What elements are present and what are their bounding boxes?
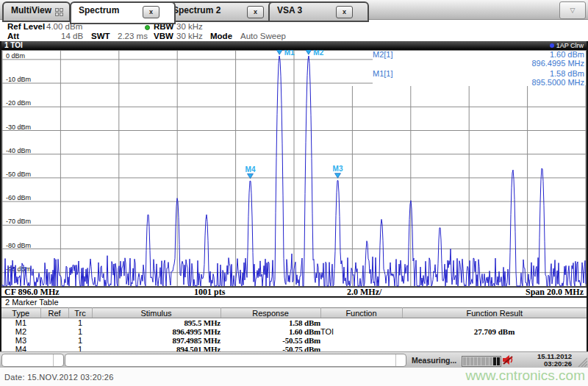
cell-function-result — [402, 336, 587, 345]
tab-spectrum-2[interactable]: Spectrum 2 x — [164, 1, 280, 22]
cell-ref — [40, 318, 68, 328]
marker-table-header-row: Type Ref Trc Stimulus Response Function … — [1, 308, 587, 318]
y-tick-label: -30 dBm — [6, 124, 31, 131]
toi-window-titlebar[interactable]: 1 TOI 1AP Clrw — [1, 41, 587, 50]
col-stimulus: Stimulus — [92, 308, 220, 318]
marker-table: Type Ref Trc Stimulus Response Function … — [1, 307, 587, 354]
cell-stimulus: 895.5 MHz — [92, 318, 220, 328]
audio-muted-icon[interactable] — [502, 355, 514, 365]
per-division-label: 2.0 MHz/ — [347, 287, 381, 296]
measuring-status-label: Measuring... — [412, 356, 456, 365]
y-tick-label: 0 dBm — [6, 52, 25, 60]
tab-vsa-3[interactable]: VSA 3 x — [268, 1, 369, 22]
cell-type: M2 — [1, 327, 40, 336]
vbw-value[interactable]: 30 kHz — [176, 32, 203, 40]
marker-table-row[interactable]: M2 1 896.4995 MHz 1.60 dBm TOI 27.709 dB… — [1, 327, 587, 336]
cell-ref — [40, 327, 68, 336]
y-tick-label: -10 dBm — [6, 76, 31, 83]
status-time: 03:20:26 — [514, 360, 572, 368]
att-label: Att — [7, 32, 19, 40]
tab-list-dropdown-button[interactable]: ▽ — [559, 1, 586, 19]
cell-trc: 1 — [68, 327, 92, 336]
marker-table-row[interactable]: M3 1 897.4985 MHz -50.55 dBm — [1, 336, 587, 345]
cell-trc: 1 — [68, 318, 92, 328]
cell-function — [320, 318, 402, 328]
marker-readout-freq: 895.5000 MHz — [531, 79, 584, 87]
marker-table-window: 2 Marker Table Type Ref Trc Stimulus Res… — [1, 297, 587, 351]
cell-response: -50.55 dBm — [220, 336, 320, 345]
capture-date-label: Date: 15.NOV.2012 03:20:26 — [4, 373, 114, 382]
swt-value[interactable]: 2.23 ms — [118, 32, 148, 40]
status-bar: Measuring... 15.11.2012 03:20:26 — [0, 351, 588, 368]
cell-type: M3 — [1, 336, 40, 345]
cell-function: TOI — [320, 327, 402, 336]
softkey-field-2[interactable] — [65, 354, 406, 367]
marker-M4-label: M4 — [245, 165, 256, 174]
att-value[interactable]: 14 dB — [61, 32, 83, 40]
frequency-axis-bar: CF 896.0 MHz 1001 pts 2.0 MHz/ Span 20.0… — [1, 287, 587, 297]
span-label: Span 20.0 MHz — [526, 287, 584, 296]
clock: 15.11.2012 03:20:26 — [514, 353, 572, 368]
watermark: www.cntronics.com — [465, 368, 585, 384]
marker-M2-label: M2 — [313, 50, 323, 57]
marker-table-row[interactable]: M1 1 895.5 MHz 1.58 dBm — [1, 318, 587, 328]
tab-spectrum-close-icon[interactable]: x — [143, 6, 159, 18]
marker-table-title[interactable]: 2 Marker Table — [5, 298, 59, 307]
tab-multiview[interactable]: MultiView — [2, 1, 71, 22]
marker-M3-triangle-icon[interactable] — [335, 174, 341, 179]
cell-response: 1.60 dBm — [220, 327, 320, 336]
marker-readout-value: 1.58 dBm — [550, 70, 584, 79]
marker-readout-freq: 896.4995 MHz — [531, 60, 584, 68]
tab-spectrum[interactable]: Spectrum x — [70, 1, 176, 24]
vbw-label: VBW — [154, 32, 173, 40]
marker-M3-label: M3 — [333, 165, 343, 173]
cell-stimulus: 897.4985 MHz — [92, 336, 220, 345]
tab-spectrum-2-close-icon[interactable]: x — [247, 6, 264, 18]
cell-function — [320, 336, 402, 345]
rbw-value[interactable]: 30 kHz — [176, 22, 203, 31]
tab-multiview-label: MultiView — [11, 5, 51, 15]
mode-value[interactable]: Auto Sweep — [240, 32, 286, 40]
cell-response: 1.58 dBm — [220, 318, 320, 328]
cell-function-result: 27.709 dBm — [402, 327, 587, 336]
trace1-dot-icon — [550, 43, 554, 48]
center-frequency-label: CF 896.0 MHz — [4, 287, 60, 296]
measurement-progress-bar — [462, 356, 501, 367]
tab-vsa-3-label: VSA 3 — [277, 5, 302, 15]
col-ref: Ref — [40, 308, 68, 318]
y-tick-label: -80 dBm — [6, 242, 31, 249]
tab-spectrum-2-label: Spectrum 2 — [173, 5, 220, 15]
tab-bar: MultiView Spectrum x Spectrum 2 x VSA 3 … — [0, 0, 588, 20]
trace-legend-label: 1AP Clrw — [556, 42, 584, 49]
cell-trc: 1 — [68, 336, 92, 345]
result-windows: 1 TOI 1AP Clrw 0 dBm-10 dBm-20 dBm-30 dB… — [0, 41, 588, 351]
y-tick-label: -50 dBm — [6, 171, 31, 178]
marker-M1-triangle-icon[interactable] — [276, 50, 282, 54]
toi-window-title: 1 TOI — [4, 41, 23, 50]
col-response: Response — [220, 308, 320, 318]
cell-function-result — [402, 318, 587, 328]
y-tick-label: -20 dBm — [6, 99, 31, 107]
analyzer-screen: MultiView Spectrum x Spectrum 2 x VSA 3 … — [0, 0, 588, 386]
marker-M2-triangle-icon[interactable] — [306, 50, 312, 54]
tab-vsa-3-close-icon[interactable]: x — [336, 6, 353, 18]
marker-readout: M2[1]1.60 dBm 896.4995 MHz M1[1]1.58 dBm… — [373, 51, 584, 87]
ref-level-label: Ref Level — [7, 22, 45, 31]
col-trc: Trc — [68, 308, 92, 318]
trace-legend: 1AP Clrw — [550, 41, 584, 50]
y-tick-label: -40 dBm — [6, 147, 31, 154]
marker-M1-label: M1 — [284, 50, 295, 57]
col-function-result: Function Result — [402, 308, 587, 318]
marker-readout-name: M2[1] — [373, 51, 393, 60]
y-tick-label: -70 dBm — [6, 218, 31, 225]
cell-type: M1 — [1, 318, 40, 328]
spectrum-plot[interactable]: 0 dBm-10 dBm-20 dBm-30 dBm-40 dBm-50 dBm… — [1, 50, 587, 287]
softkey-field-1[interactable] — [1, 354, 64, 367]
y-tick-label: -90 dBm — [6, 265, 31, 273]
sweep-status-green-dot — [145, 25, 150, 30]
resize-grip-icon[interactable] — [576, 356, 587, 367]
mode-label: Mode — [210, 32, 232, 40]
chevron-down-icon: ▽ — [570, 7, 576, 14]
footer: Date: 15.NOV.2012 03:20:26 www.cntronics… — [0, 368, 588, 386]
marker-readout-value: 1.60 dBm — [550, 51, 584, 60]
